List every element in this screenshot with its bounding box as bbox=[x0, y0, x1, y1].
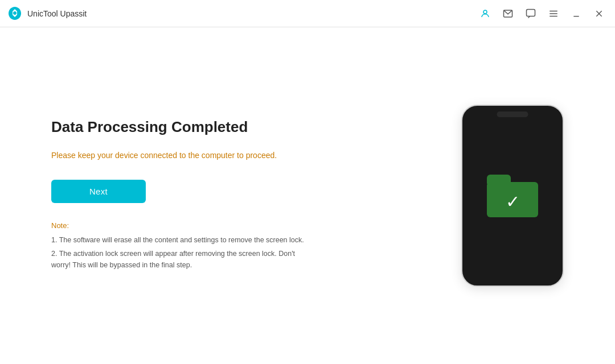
close-icon bbox=[595, 10, 603, 18]
menu-button[interactable] bbox=[544, 5, 563, 23]
phone-notch bbox=[497, 111, 528, 117]
mail-button[interactable] bbox=[499, 5, 517, 23]
left-panel: Data Processing Completed Please keep yo… bbox=[51, 118, 336, 273]
right-panel: ✓ bbox=[461, 105, 564, 287]
svg-point-1 bbox=[483, 10, 487, 14]
profile-button[interactable] bbox=[476, 5, 494, 23]
main-content: Data Processing Completed Please keep yo… bbox=[0, 27, 615, 364]
page-heading: Data Processing Completed bbox=[51, 118, 313, 136]
title-right-controls bbox=[476, 5, 608, 23]
close-button[interactable] bbox=[590, 5, 608, 23]
note-section: Note: 1. The software will erase all the… bbox=[51, 221, 313, 271]
app-logo-icon bbox=[7, 6, 23, 22]
note-item-2: 2. The activation lock screen will appea… bbox=[51, 248, 313, 271]
phone-mockup: ✓ bbox=[461, 105, 564, 287]
minimize-icon bbox=[572, 10, 580, 18]
minimize-button[interactable] bbox=[567, 5, 585, 23]
next-button[interactable]: Next bbox=[51, 180, 146, 203]
note-item-1: 1. The software will erase all the conte… bbox=[51, 234, 313, 246]
subtitle-text: Please keep your device connected to the… bbox=[51, 150, 313, 162]
chat-icon bbox=[526, 9, 536, 19]
chat-button[interactable] bbox=[522, 5, 540, 23]
folder-check-icon: ✓ bbox=[487, 175, 538, 217]
svg-point-0 bbox=[13, 11, 17, 15]
note-label: Note: bbox=[51, 221, 313, 230]
profile-icon bbox=[480, 9, 490, 19]
title-bar: UnicTool Upassit bbox=[0, 0, 615, 27]
app-title: UnicTool Upassit bbox=[27, 9, 87, 18]
svg-rect-3 bbox=[527, 9, 535, 16]
mail-icon bbox=[503, 9, 513, 19]
checkmark-icon: ✓ bbox=[506, 193, 520, 210]
content-wrapper: Data Processing Completed Please keep yo… bbox=[51, 105, 564, 287]
title-left: UnicTool Upassit bbox=[7, 6, 87, 22]
phone-screen-content: ✓ bbox=[487, 175, 538, 217]
hamburger-icon bbox=[548, 9, 559, 19]
